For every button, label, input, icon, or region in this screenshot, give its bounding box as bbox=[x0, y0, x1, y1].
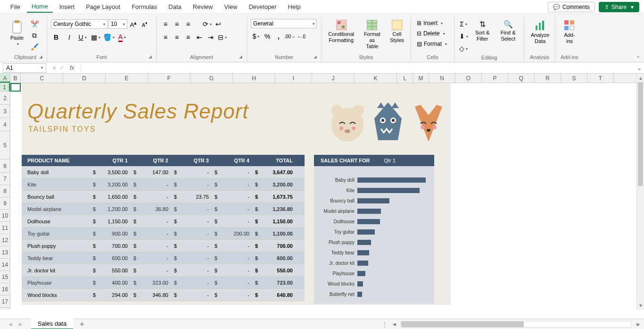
col-header-T[interactable]: T bbox=[587, 74, 614, 83]
ribbon-collapse-button[interactable]: ⌄ bbox=[636, 53, 640, 59]
dialog-launcher-icon[interactable]: ◢ bbox=[314, 54, 319, 60]
sort-filter-button[interactable]: ⇅ Sort & Filter bbox=[471, 19, 493, 43]
cancel-icon[interactable]: ✕ bbox=[52, 65, 57, 71]
format-cells-button[interactable]: ▤Format▾ bbox=[415, 40, 449, 48]
col-header-N[interactable]: N bbox=[429, 74, 455, 83]
row-header-9[interactable]: 9 bbox=[0, 197, 10, 210]
menu-insert[interactable]: Insert bbox=[55, 1, 80, 12]
hscroll-thumb[interactable] bbox=[401, 321, 524, 327]
row-header-16[interactable]: 16 bbox=[0, 283, 10, 295]
align-right-button[interactable]: ≡ bbox=[183, 32, 193, 42]
table-row[interactable]: Baby doll$3,500.00$147.00$-$-$3,647.00 bbox=[22, 166, 305, 178]
align-top-button[interactable]: ≡ bbox=[160, 19, 171, 29]
formula-input[interactable] bbox=[81, 64, 635, 71]
vscroll-thumb[interactable] bbox=[638, 82, 643, 186]
row-header-2[interactable]: 2 bbox=[0, 92, 10, 105]
col-header-I[interactable]: I bbox=[275, 74, 312, 83]
merge-button[interactable]: ⊟▾ bbox=[217, 32, 227, 42]
autosum-button[interactable]: Σ▾ bbox=[458, 19, 469, 29]
scroll-down-icon[interactable]: ▾ bbox=[638, 302, 643, 309]
dialog-launcher-icon[interactable]: ◢ bbox=[39, 54, 45, 60]
italic-button[interactable]: I bbox=[64, 32, 74, 42]
accounting-format-button[interactable]: $▾ bbox=[251, 31, 261, 42]
row-header-6[interactable]: 6 bbox=[0, 160, 10, 173]
row-header-1[interactable]: 1 bbox=[0, 83, 10, 92]
align-middle-button[interactable]: ≡ bbox=[172, 19, 182, 29]
col-header-O[interactable]: O bbox=[455, 74, 482, 83]
paste-button[interactable]: Paste ▾ bbox=[8, 19, 26, 48]
col-header-J[interactable]: J bbox=[312, 74, 355, 83]
menu-view[interactable]: View bbox=[219, 1, 242, 12]
cut-button[interactable]: ✂️ bbox=[29, 19, 40, 29]
table-row[interactable]: Teddy bear$600.00$-$-$-$600.00 bbox=[22, 252, 305, 264]
share-button[interactable]: ⇪ Share ▾ bbox=[599, 2, 639, 12]
comments-button[interactable]: 💬 Comments bbox=[548, 2, 595, 12]
font-size-combo[interactable]: 10▾ bbox=[108, 19, 127, 29]
percent-button[interactable]: % bbox=[262, 31, 272, 42]
dialog-launcher-icon[interactable]: ◢ bbox=[239, 54, 245, 60]
align-center-button[interactable]: ≡ bbox=[172, 32, 182, 42]
align-bottom-button[interactable]: ≡ bbox=[183, 19, 193, 29]
row-header-5[interactable]: 5 bbox=[0, 131, 10, 160]
menu-page-layout[interactable]: Page Layout bbox=[81, 1, 125, 12]
vertical-scrollbar[interactable]: ▴ ▾ bbox=[636, 74, 644, 310]
col-header-C[interactable]: C bbox=[21, 74, 63, 83]
dialog-launcher-icon[interactable]: ◢ bbox=[149, 54, 154, 60]
col-header-M[interactable]: M bbox=[413, 74, 429, 83]
borders-button[interactable]: ▦▾ bbox=[91, 32, 101, 42]
comma-button[interactable]: , bbox=[273, 31, 284, 42]
col-header-B[interactable]: B bbox=[10, 74, 21, 83]
tab-next-button[interactable]: ► bbox=[18, 321, 24, 328]
menu-file[interactable]: File bbox=[6, 1, 25, 12]
col-header-G[interactable]: G bbox=[190, 74, 233, 83]
row-header-8[interactable]: 8 bbox=[0, 185, 10, 197]
table-row[interactable]: Toy guitar$900.00$-$-$200.00$1,100.00 bbox=[22, 228, 305, 240]
font-color-button[interactable]: A▾ bbox=[117, 32, 127, 42]
formula-expand-button[interactable]: ⌄ bbox=[635, 65, 644, 71]
scroll-up-icon[interactable]: ▴ bbox=[638, 75, 643, 81]
sheet-tab-active[interactable]: Sales data bbox=[31, 319, 73, 329]
fill-button[interactable]: ⬇▾ bbox=[458, 31, 469, 42]
menu-help[interactable]: Help bbox=[283, 1, 305, 12]
row-header-10[interactable]: 10 bbox=[0, 210, 10, 222]
format-as-table-button[interactable]: Format as Table bbox=[360, 19, 384, 51]
row-header-3[interactable]: 3 bbox=[0, 105, 10, 118]
row-header-11[interactable]: 11 bbox=[0, 222, 10, 234]
clear-button[interactable]: ◇▾ bbox=[458, 43, 469, 54]
table-row[interactable]: Playhouse$400.00$323.00$-$-$723.00 bbox=[22, 277, 305, 289]
increase-indent-button[interactable]: ⇥ bbox=[206, 32, 216, 42]
align-left-button[interactable]: ≡ bbox=[160, 32, 171, 42]
row-header-14[interactable]: 14 bbox=[0, 259, 10, 271]
tab-prev-button[interactable]: ◄ bbox=[8, 321, 13, 328]
hscroll-right-button[interactable]: ► bbox=[636, 321, 641, 328]
fill-color-button[interactable]: 🪣▾ bbox=[104, 32, 114, 42]
cells-area[interactable]: Quarterly Sales Report TAILSPIN TOYS PRO… bbox=[10, 83, 636, 310]
table-row[interactable]: Plush puppy$700.00$-$-$-$700.00 bbox=[22, 240, 305, 252]
increase-decimal-button[interactable]: .00→ bbox=[285, 31, 295, 42]
row-headers[interactable]: 1234567891011121314151617 bbox=[0, 83, 10, 310]
find-select-button[interactable]: 🔍 Find & Select bbox=[496, 19, 520, 43]
col-header-E[interactable]: E bbox=[106, 74, 148, 83]
delete-cells-button[interactable]: ⊟Delete▾ bbox=[415, 29, 449, 38]
column-headers[interactable]: ABCDEFGHIJKLMNOPQRST bbox=[0, 74, 636, 83]
table-row[interactable]: Wood blocks$294.00$346.80$-$-$640.80 bbox=[22, 289, 305, 301]
row-header-4[interactable]: 4 bbox=[0, 118, 10, 131]
decrease-font-button[interactable]: A▾ bbox=[140, 19, 150, 29]
cell-styles-button[interactable]: Cell Styles bbox=[387, 19, 407, 44]
copy-button[interactable]: ⧉ bbox=[29, 30, 40, 41]
row-header-12[interactable]: 12 bbox=[0, 234, 10, 246]
col-header-Q[interactable]: Q bbox=[508, 74, 535, 83]
col-header-D[interactable]: D bbox=[63, 74, 106, 83]
enter-icon[interactable]: ✓ bbox=[59, 65, 64, 71]
menu-developer[interactable]: Developer bbox=[244, 1, 281, 12]
menu-data[interactable]: Data bbox=[164, 1, 186, 12]
addins-button[interactable]: Add-ins bbox=[559, 19, 580, 45]
row-header-15[interactable]: 15 bbox=[0, 271, 10, 283]
row-header-7[interactable]: 7 bbox=[0, 173, 10, 185]
col-header-S[interactable]: S bbox=[561, 74, 587, 83]
name-box[interactable]: A1▾ bbox=[3, 63, 46, 73]
font-name-combo[interactable]: Century Gothic▾ bbox=[51, 19, 107, 29]
wrap-text-button[interactable]: ↩ bbox=[213, 19, 223, 29]
table-row[interactable]: Kite$3,200.00$-$-$-$3,200.00 bbox=[22, 178, 305, 191]
menu-formulas[interactable]: Formulas bbox=[127, 1, 162, 12]
